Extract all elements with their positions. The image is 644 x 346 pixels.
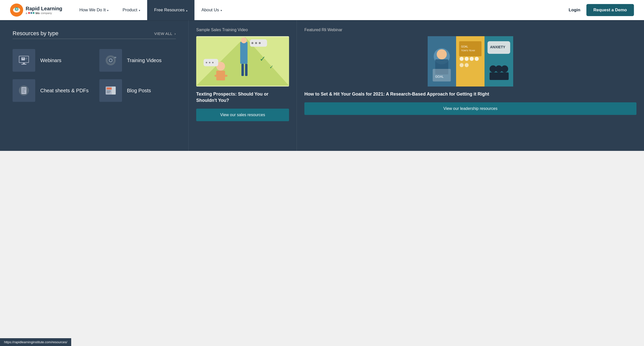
svg-rect-21 xyxy=(22,90,26,90)
svg-text:TOM'S TEAM: TOM'S TEAM xyxy=(461,49,475,52)
webinar-panel-title: Featured Rli Webinar xyxy=(304,28,636,32)
svg-point-37 xyxy=(251,42,253,44)
how-we-do-it-arrow-icon: ▾ xyxy=(107,9,108,12)
mega-dropdown: Resources by type VIEW ALL › xyxy=(0,20,644,107)
svg-rect-11 xyxy=(23,63,25,64)
svg-text:GOAL: GOAL xyxy=(461,45,468,48)
product-arrow-icon: ▾ xyxy=(139,9,140,12)
svg-rect-43 xyxy=(223,75,227,77)
view-leadership-resources-button[interactable]: View our leadership resources xyxy=(304,102,636,107)
view-all-arrow-icon: › xyxy=(175,31,176,36)
news-icon xyxy=(105,84,117,97)
login-button[interactable]: Login xyxy=(569,8,580,13)
svg-point-45 xyxy=(206,62,207,63)
svg-rect-22 xyxy=(22,91,25,91)
svg-text:ANXIETY: ANXIETY xyxy=(490,45,505,49)
svg-rect-20 xyxy=(22,88,26,89)
bts-logo xyxy=(28,12,34,14)
header: Rapid Learning a bts company How We Do I… xyxy=(0,0,644,20)
svg-point-33 xyxy=(241,37,247,43)
svg-rect-34 xyxy=(242,64,244,76)
logo-subtitle: a bts company xyxy=(26,12,62,15)
resources-header: Resources by type VIEW ALL › xyxy=(13,30,176,37)
sales-video-illustration: ✓ ✓ xyxy=(196,36,289,86)
resource-item-webinars[interactable]: Webinars xyxy=(13,49,89,72)
svg-point-16 xyxy=(110,59,112,61)
svg-rect-57 xyxy=(459,41,481,56)
svg-rect-42 xyxy=(215,75,219,77)
svg-point-47 xyxy=(212,62,214,63)
sales-panel-title: Sample Sales Training Video xyxy=(196,28,289,32)
svg-text:✓: ✓ xyxy=(260,55,266,63)
request-demo-button[interactable]: Request a Demo xyxy=(586,4,634,16)
svg-rect-27 xyxy=(107,91,111,91)
svg-rect-26 xyxy=(112,86,116,95)
free-resources-arrow-icon: ▴ xyxy=(186,9,187,12)
webinar-panel: Featured Rli Webinar GOAL GOAL TOM'S TEA… xyxy=(297,20,644,107)
resource-item-training-videos[interactable]: Training Videos xyxy=(99,49,176,72)
resource-item-blog-posts[interactable]: Blog Posts xyxy=(99,79,176,102)
webinars-label: Webinars xyxy=(40,58,61,63)
blog-posts-icon-box xyxy=(99,79,122,102)
nav-how-we-do-it[interactable]: How We Do It ▾ xyxy=(72,0,116,20)
svg-rect-9 xyxy=(25,58,27,58)
monitor-icon xyxy=(18,54,30,66)
svg-point-8 xyxy=(22,58,24,59)
view-all-link[interactable]: VIEW ALL › xyxy=(154,31,176,36)
svg-point-38 xyxy=(255,42,257,44)
blog-posts-label: Blog Posts xyxy=(127,88,151,94)
webinar-card-title: How to Set & Hit Your Goals for 2021: A … xyxy=(304,91,636,97)
logo[interactable]: Rapid Learning a bts company xyxy=(10,4,62,17)
camera-icon xyxy=(105,54,117,66)
nav-free-resources[interactable]: Free Resources ▴ xyxy=(147,0,194,20)
svg-point-64 xyxy=(460,63,464,67)
svg-rect-29 xyxy=(107,93,110,93)
cheat-sheets-label: Cheat sheets & PDFs xyxy=(40,88,89,94)
svg-rect-74 xyxy=(501,72,509,80)
svg-rect-35 xyxy=(245,64,248,76)
svg-rect-12 xyxy=(21,64,26,65)
resource-type-grid: Webinars Training Videos xyxy=(13,49,176,102)
svg-rect-17 xyxy=(114,57,116,58)
svg-rect-23 xyxy=(22,92,25,93)
svg-rect-10 xyxy=(25,59,27,59)
about-us-arrow-icon: ▾ xyxy=(221,9,222,12)
nav-about-us[interactable]: About Us ▾ xyxy=(194,0,229,20)
svg-point-60 xyxy=(460,57,464,61)
svg-rect-32 xyxy=(240,42,248,64)
divider xyxy=(13,39,176,39)
svg-point-52 xyxy=(437,49,447,59)
svg-rect-19 xyxy=(21,87,26,94)
svg-point-63 xyxy=(475,57,479,61)
webinars-icon-box xyxy=(13,49,35,72)
training-videos-label: Training Videos xyxy=(127,58,162,63)
svg-rect-28 xyxy=(107,92,111,92)
svg-point-71 xyxy=(501,65,508,72)
resources-by-type-panel: Resources by type VIEW ALL › xyxy=(0,20,189,107)
rapid-learning-logo-icon xyxy=(10,4,23,17)
header-actions: Login Request a Demo xyxy=(569,4,634,16)
document-icon xyxy=(18,84,30,97)
svg-point-62 xyxy=(470,57,474,61)
svg-point-46 xyxy=(209,62,210,63)
webinar-illustration: GOAL GOAL TOM'S TEAM ANXIETY xyxy=(304,36,636,86)
svg-rect-25 xyxy=(107,88,112,90)
webinar-thumbnail[interactable]: GOAL GOAL TOM'S TEAM ANXIETY xyxy=(304,36,636,86)
resources-by-type-title: Resources by type xyxy=(13,30,58,37)
resource-item-cheat-sheets[interactable]: Cheat sheets & PDFs xyxy=(13,79,89,102)
svg-rect-44 xyxy=(204,59,218,66)
svg-point-65 xyxy=(465,63,469,67)
training-videos-icon-box xyxy=(99,49,122,72)
svg-text:GOAL: GOAL xyxy=(435,75,444,78)
svg-point-61 xyxy=(465,57,469,61)
sales-video-panel: Sample Sales Training Video xyxy=(189,20,297,107)
sales-video-thumbnail[interactable]: ✓ ✓ xyxy=(196,36,289,86)
brand-name: Rapid Learning xyxy=(26,6,62,12)
svg-point-39 xyxy=(259,42,261,44)
sales-card-title: Texting Prospects: Should You or Shouldn… xyxy=(196,91,289,104)
svg-text:✓: ✓ xyxy=(269,64,273,70)
logo-text: Rapid Learning a bts company xyxy=(26,6,62,15)
cheat-sheets-icon-box xyxy=(13,79,35,102)
nav-product[interactable]: Product ▾ xyxy=(115,0,147,20)
main-nav: How We Do It ▾ Product ▾ Free Resources … xyxy=(72,0,229,20)
